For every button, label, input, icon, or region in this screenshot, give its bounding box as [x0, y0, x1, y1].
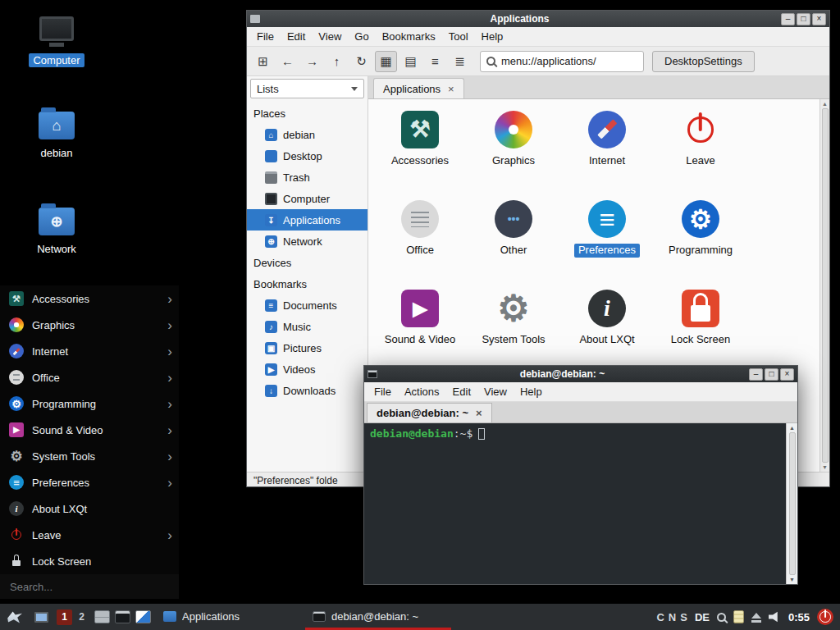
desktop-icon-network[interactable]: ⊕Network	[17, 208, 96, 256]
desktop-settings-button[interactable]: DesktopSettings	[652, 51, 755, 72]
icon-view-button[interactable]: ▦	[375, 51, 397, 72]
sidebar-item-debian[interactable]: ⌂debian	[247, 124, 368, 145]
terminal-maximize-button[interactable]: □	[765, 368, 778, 381]
search-input[interactable]	[0, 574, 179, 599]
detailed-view-button[interactable]: ≣	[449, 51, 471, 72]
scrollbar-thumb[interactable]	[822, 108, 829, 463]
volume-icon[interactable]	[769, 611, 781, 623]
sidebar-item-pictures[interactable]: ▣Pictures	[247, 337, 368, 358]
start-menu-item-internet[interactable]: Internet›	[0, 338, 179, 364]
sidebar-item-devices[interactable]: Devices	[247, 252, 368, 273]
taskbar-task-debian-debian[interactable]: debian@debian: ~	[305, 604, 451, 630]
scroll-down-icon[interactable]: ▼	[789, 577, 795, 582]
terminal-menu-view[interactable]: View	[477, 384, 514, 399]
fm-menu-help[interactable]: Help	[475, 29, 510, 44]
sidebar-item-places[interactable]: Places	[247, 103, 368, 124]
terminal-tab[interactable]: debian@debian: ~ ×	[367, 403, 492, 422]
app-programming[interactable]: ⚙Programming	[654, 197, 747, 286]
fm-menu-file[interactable]: File	[250, 29, 281, 44]
sidebar-item-desktop[interactable]: Desktop	[247, 145, 368, 167]
start-menu-item-leave[interactable]: Leave›	[0, 522, 179, 548]
up-button[interactable]: ↑	[326, 51, 348, 72]
sidebar-item-videos[interactable]: ▶Videos	[247, 358, 368, 380]
app-system-tools[interactable]: ⚙System Tools	[467, 286, 560, 376]
quicklaunch-terminal-icon[interactable]	[115, 610, 130, 623]
eject-icon[interactable]	[751, 613, 761, 619]
keyboard-layout-indicator[interactable]: DE	[695, 611, 710, 623]
fm-tab-applications[interactable]: Applications ×	[373, 78, 464, 98]
desktop-icon-debian[interactable]: ⌂debian	[17, 112, 96, 160]
sidebar-item-network[interactable]: ⊕Network	[247, 231, 368, 252]
reload-button[interactable]: ↻	[350, 51, 372, 72]
thumbnail-view-button[interactable]: ▤	[399, 51, 422, 72]
terminal-screen[interactable]: debian@debian:~$	[364, 423, 786, 584]
taskbar-task-applications[interactable]: Applications	[156, 604, 302, 630]
quicklaunch-file-manager-icon[interactable]	[94, 610, 110, 623]
app-graphics[interactable]: Graphics	[467, 107, 560, 197]
app-lock-screen[interactable]: Lock Screen	[654, 286, 747, 376]
start-menu-item-sound-video[interactable]: ▶Sound & Video›	[0, 417, 179, 443]
sidebar-item-trash[interactable]: Trash	[247, 167, 368, 188]
workspace-2[interactable]: 2	[74, 609, 89, 625]
app-other[interactable]: •••Other	[467, 197, 560, 286]
desktop-icon-computer[interactable]: Computer	[17, 16, 96, 67]
app-menu-button[interactable]	[4, 606, 25, 628]
fm-minimize-button[interactable]: –	[781, 13, 795, 25]
sidebar-item-bookmarks[interactable]: Bookmarks	[247, 273, 368, 294]
app-internet[interactable]: Internet	[560, 107, 654, 197]
terminal-menu-edit[interactable]: Edit	[446, 384, 477, 399]
app-sound-video[interactable]: ▶Sound & Video	[373, 286, 467, 376]
fm-vertical-scrollbar[interactable]: ▲ ▼	[819, 99, 829, 472]
scroll-down-icon[interactable]: ▼	[822, 464, 828, 470]
scroll-up-icon[interactable]: ▲	[789, 425, 795, 431]
screenshot-icon[interactable]	[717, 613, 726, 622]
app-preferences[interactable]: ≡Preferences	[560, 197, 654, 286]
fm-menu-edit[interactable]: Edit	[281, 29, 312, 44]
show-desktop-button[interactable]	[30, 606, 52, 628]
fm-menu-tool[interactable]: Tool	[442, 29, 475, 44]
start-menu-item-system-tools[interactable]: ⚙System Tools›	[0, 443, 179, 469]
compact-view-button[interactable]: ≡	[424, 51, 446, 72]
app-about-lxqt[interactable]: iAbout LXQt	[560, 286, 654, 376]
sidebar-item-documents[interactable]: ≡Documents	[247, 294, 368, 316]
terminal-menu-file[interactable]: File	[368, 384, 398, 399]
sidebar-item-applications[interactable]: ↧Applications	[247, 209, 368, 231]
terminal-scrollbar[interactable]: ▲ ▼	[786, 423, 797, 584]
terminal-menu-help[interactable]: Help	[514, 384, 549, 399]
quicklaunch-text-editor-icon[interactable]	[135, 610, 151, 623]
fm-titlebar[interactable]: Applications –□×	[247, 11, 829, 27]
start-menu-item-programming[interactable]: ⚙Programming›	[0, 390, 179, 417]
address-bar[interactable]: menu://applications/	[480, 51, 644, 72]
forward-button[interactable]: →	[301, 51, 323, 72]
start-menu-item-accessories[interactable]: ⚒Accessories›	[0, 285, 179, 312]
start-menu-item-preferences[interactable]: ≡Preferences›	[0, 469, 179, 495]
start-menu-item-about-lxqt[interactable]: iAbout LXQt	[0, 495, 179, 522]
sidebar-mode-select[interactable]: Lists	[250, 79, 364, 98]
terminal-titlebar[interactable]: debian@debian: ~ –□×	[364, 366, 797, 382]
scroll-up-icon[interactable]: ▲	[822, 101, 828, 107]
terminal-minimize-button[interactable]: –	[749, 368, 763, 381]
fm-maximize-button[interactable]: □	[797, 13, 810, 25]
sidebar-item-music[interactable]: ♪Music	[247, 316, 368, 337]
terminal-close-button[interactable]: ×	[780, 368, 794, 381]
clock[interactable]: 0:55	[788, 611, 810, 623]
close-icon[interactable]: ×	[448, 83, 454, 95]
fm-menu-bookmarks[interactable]: Bookmarks	[376, 29, 442, 44]
sidebar-item-downloads[interactable]: ↓Downloads	[247, 380, 368, 401]
start-menu-item-office[interactable]: Office›	[0, 364, 179, 390]
shutdown-button[interactable]	[817, 609, 833, 625]
app-office[interactable]: Office	[373, 197, 467, 286]
clipboard-icon[interactable]	[733, 610, 744, 623]
workspace-1[interactable]: 1	[57, 609, 72, 625]
start-menu-item-graphics[interactable]: Graphics›	[0, 312, 179, 338]
app-accessories[interactable]: ⚒Accessories	[373, 107, 467, 197]
fm-menu-view[interactable]: View	[312, 29, 348, 44]
sidebar-item-computer[interactable]: Computer	[247, 188, 368, 209]
close-icon[interactable]: ×	[476, 407, 482, 419]
scrollbar-thumb[interactable]	[789, 432, 796, 575]
start-menu-item-lock-screen[interactable]: Lock Screen	[0, 548, 179, 574]
new-tab-button[interactable]: ⊞	[252, 51, 274, 72]
fm-menu-go[interactable]: Go	[348, 29, 375, 44]
fm-close-button[interactable]: ×	[812, 13, 826, 25]
app-leave[interactable]: Leave	[654, 107, 747, 197]
